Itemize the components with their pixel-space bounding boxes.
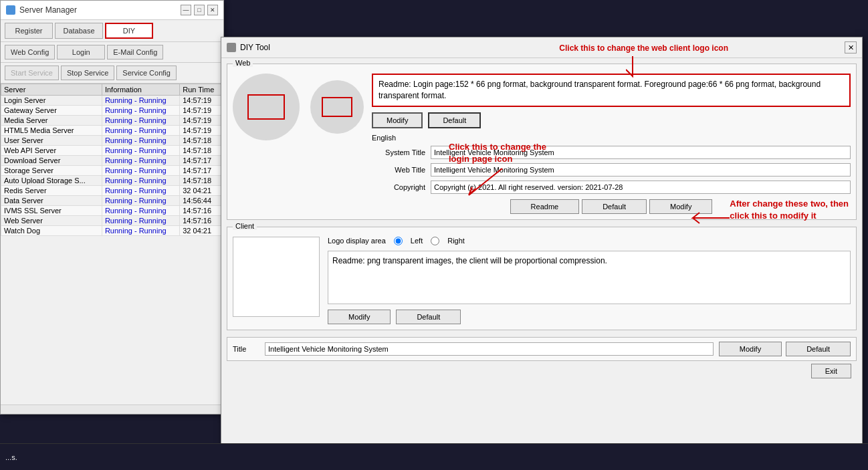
- table-cell: Download Server: [1, 156, 102, 166]
- table-cell: Running - Running: [102, 146, 179, 156]
- server-table-container: Server Information Run Time Login Server…: [1, 84, 223, 417]
- copyright-label: Copyright: [372, 183, 425, 191]
- table-cell: Watch Dog: [1, 226, 102, 236]
- table-row[interactable]: IVMS SSL ServerRunning - Running14:57:16: [1, 206, 223, 216]
- web-bottom-btn-row: Readme Default Modify: [372, 199, 851, 214]
- database-button[interactable]: Database: [55, 23, 103, 39]
- title-input[interactable]: [265, 342, 714, 356]
- client-inner: Logo display area Left Right Readme: png…: [233, 237, 851, 324]
- diy-button[interactable]: DIY: [105, 23, 153, 39]
- table-cell: 14:56:44: [180, 196, 223, 206]
- web-modify-top-button[interactable]: Modify: [372, 112, 423, 128]
- table-cell: 32 04:21: [180, 226, 223, 236]
- table-row[interactable]: User ServerRunning - Running14:57:18: [1, 136, 223, 146]
- system-title-input[interactable]: [431, 146, 851, 159]
- server-table: Server Information Run Time Login Server…: [1, 84, 223, 236]
- diy-title-bar: DIY Tool ✕: [221, 37, 862, 58]
- taskbar-hint: ...s.: [5, 453, 17, 461]
- table-cell: Login Server: [1, 96, 102, 106]
- start-service-button[interactable]: Start Service: [5, 66, 59, 80]
- table-row[interactable]: Storage ServerRunning - Running14:57:17: [1, 166, 223, 176]
- client-btn-row: Modify Default: [328, 310, 851, 324]
- diy-close-button[interactable]: ✕: [845, 41, 857, 53]
- table-cell: 14:57:17: [180, 156, 223, 166]
- table-row[interactable]: Auto Upload Storage S...Running - Runnin…: [1, 176, 223, 186]
- copyright-row: Copyright: [372, 181, 851, 194]
- title-modify-button[interactable]: Modify: [719, 342, 782, 356]
- register-button[interactable]: Register: [5, 23, 53, 39]
- login-button[interactable]: Login: [57, 45, 105, 60]
- table-cell: 14:57:18: [180, 176, 223, 186]
- table-row[interactable]: Web ServerRunning - Running14:57:16: [1, 216, 223, 226]
- table-cell: 14:57:17: [180, 166, 223, 176]
- title-row-btns: Modify Default: [719, 342, 851, 356]
- radio-right[interactable]: [431, 237, 439, 245]
- system-title-label: System Title: [372, 148, 425, 156]
- diy-tool-window: DIY Tool ✕ Click this to change the web …: [221, 37, 863, 465]
- web-right-panel: Readme: Login page:152 * 66 png format, …: [372, 74, 851, 214]
- table-cell: Running - Running: [102, 116, 179, 126]
- radio-left[interactable]: [394, 237, 403, 245]
- web-config-button[interactable]: Web Config: [5, 45, 55, 60]
- server-manager-title-bar: Server Manager — □ ✕: [1, 1, 223, 20]
- table-cell: Gateway Server: [1, 106, 102, 116]
- table-cell: Running - Running: [102, 206, 179, 216]
- table-row[interactable]: Media ServerRunning - Running14:57:19: [1, 116, 223, 126]
- client-modify-button[interactable]: Modify: [328, 310, 391, 324]
- logo-display-row: Logo display area Left Right: [328, 237, 851, 245]
- modify-button[interactable]: Modify: [649, 199, 712, 214]
- web-default-top-button[interactable]: Default: [428, 112, 481, 128]
- diy-tool-icon: [227, 43, 236, 52]
- table-cell: Running - Running: [102, 106, 179, 116]
- col-runtime: Run Time: [180, 84, 223, 96]
- table-cell: Running - Running: [102, 186, 179, 196]
- table-cell: 14:57:19: [180, 126, 223, 136]
- copyright-input[interactable]: [431, 181, 851, 194]
- service-config-button[interactable]: Service Config: [116, 66, 177, 80]
- diy-tool-title: DIY Tool: [240, 43, 841, 52]
- table-cell: 14:57:16: [180, 216, 223, 226]
- readme-button[interactable]: Readme: [510, 199, 580, 214]
- toolbar-row3: Start Service Stop Service Service Confi…: [1, 63, 223, 84]
- web-section-inner: Readme: Login page:152 * 66 png format, …: [233, 74, 851, 214]
- table-cell: IVMS SSL Server: [1, 206, 102, 216]
- table-row[interactable]: Redis ServerRunning - Running32 04:21: [1, 186, 223, 196]
- close-button[interactable]: ✕: [207, 5, 218, 15]
- table-cell: Running - Running: [102, 176, 179, 186]
- default-button[interactable]: Default: [582, 199, 647, 214]
- client-default-button[interactable]: Default: [396, 310, 461, 324]
- minimize-button[interactable]: —: [181, 5, 191, 15]
- toolbar-row2: Web Config Login E-Mail Config: [1, 42, 223, 63]
- table-cell: Running - Running: [102, 226, 179, 236]
- exit-button[interactable]: Exit: [811, 364, 851, 378]
- email-config-button[interactable]: E-Mail Config: [107, 45, 163, 60]
- table-cell: Data Server: [1, 196, 102, 206]
- client-readme-text: Readme: png transparent images, the clie…: [332, 256, 607, 265]
- stop-service-button[interactable]: Stop Service: [61, 66, 114, 80]
- table-row[interactable]: Data ServerRunning - Running14:56:44: [1, 196, 223, 206]
- maximize-button[interactable]: □: [194, 5, 205, 15]
- table-row[interactable]: Download ServerRunning - Running14:57:17: [1, 156, 223, 166]
- table-cell: Web Server: [1, 216, 102, 226]
- table-cell: Running - Running: [102, 156, 179, 166]
- table-row[interactable]: Watch DogRunning - Running32 04:21: [1, 226, 223, 236]
- web-logo-circle[interactable]: [310, 80, 364, 134]
- title-default-button[interactable]: Default: [786, 342, 851, 356]
- table-row[interactable]: Web API ServerRunning - Running14:57:18: [1, 146, 223, 156]
- table-cell: Running - Running: [102, 216, 179, 226]
- client-readme-box: Readme: png transparent images, the clie…: [328, 251, 851, 304]
- table-cell: Running - Running: [102, 196, 179, 206]
- web-title-input[interactable]: [431, 163, 851, 177]
- table-cell: User Server: [1, 136, 102, 146]
- login-logo-circle[interactable]: [233, 74, 300, 140]
- table-cell: 14:57:16: [180, 206, 223, 216]
- table-row[interactable]: HTML5 Media ServerRunning - Running14:57…: [1, 126, 223, 136]
- diy-content: Web Readme: Login page:152 * 66 png form…: [221, 58, 862, 461]
- table-cell: 14:57:19: [180, 116, 223, 126]
- table-cell: Running - Running: [102, 136, 179, 146]
- horizontal-scrollbar[interactable]: [1, 404, 223, 414]
- client-logo-area[interactable]: [233, 237, 320, 317]
- table-cell: 14:57:19: [180, 106, 223, 116]
- table-row[interactable]: Login ServerRunning - Running14:57:19: [1, 96, 223, 106]
- table-row[interactable]: Gateway ServerRunning - Running14:57:19: [1, 106, 223, 116]
